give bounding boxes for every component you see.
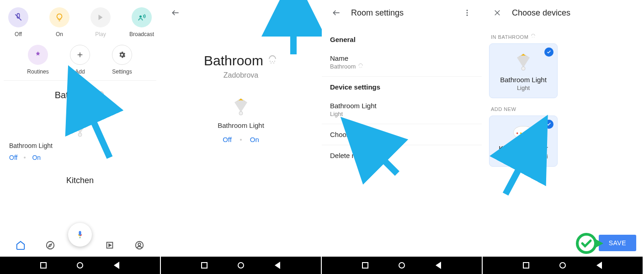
svg-point-27: [467, 10, 468, 11]
back-button[interactable]: [274, 262, 281, 269]
svg-point-19: [270, 61, 271, 62]
choose-devices-pane: Choose devices IN BATHROOM Bathroom Ligh…: [483, 0, 644, 274]
gear-icon[interactable]: [273, 4, 292, 22]
svg-point-7: [100, 97, 101, 98]
svg-line-0: [15, 14, 21, 20]
device-on-button[interactable]: On: [250, 136, 259, 143]
device-off-button[interactable]: Off: [9, 154, 17, 161]
svg-point-16: [306, 10, 307, 11]
routines-button[interactable]: Routines: [24, 45, 52, 75]
svg-point-6: [102, 95, 103, 96]
item-delete-room[interactable]: Delete room: [322, 145, 482, 166]
room-settings-pane: Room settings General Name Bathroom Devi…: [322, 0, 483, 274]
room-bathroom[interactable]: Bathroom 1 device: [0, 81, 160, 111]
device-on-button[interactable]: On: [32, 154, 41, 161]
back-icon[interactable]: [166, 4, 185, 22]
section-general: General: [322, 29, 482, 48]
add-button[interactable]: Add: [66, 45, 94, 75]
device-name: Bathroom Light: [161, 121, 321, 129]
item-label: Choose devices: [330, 131, 474, 138]
card-sub: Google Home Mini: [494, 153, 553, 160]
android-navbar: [0, 257, 160, 274]
light-icon: [514, 52, 533, 71]
quick-on-label: On: [56, 31, 63, 37]
device-card-kitchen-speaker[interactable]: ●●●● Kitchen speaker Google Home Mini: [489, 116, 558, 167]
back-button[interactable]: [113, 262, 120, 269]
shower-icon: [357, 63, 364, 70]
item-label: Bathroom Light: [330, 102, 474, 110]
home-button[interactable]: [76, 262, 84, 269]
svg-point-23: [273, 63, 274, 63]
device-name: Bathroom Light: [9, 142, 151, 149]
room-kitchen[interactable]: Kitchen: [0, 165, 160, 185]
add-label: Add: [75, 68, 85, 75]
item-label: Delete room: [330, 152, 474, 159]
android-navbar: [161, 257, 321, 274]
svg-point-38: [522, 67, 525, 70]
svg-point-36: [532, 37, 532, 37]
room-detail-pane: Bathroom Zadobrova Bathroom Light Off On: [161, 0, 322, 274]
svg-point-31: [361, 67, 361, 68]
nav-home-icon[interactable]: [16, 240, 26, 250]
page-title: Choose devices: [512, 8, 570, 18]
page-title: Room settings: [351, 8, 404, 18]
device-bathroom-light[interactable]: Bathroom Light Off On: [161, 83, 321, 157]
recent-apps-button[interactable]: [40, 262, 47, 269]
home-name: Zadobrova: [161, 71, 321, 79]
home-pane: Off On Play Broadcast Routines: [0, 0, 161, 274]
nav-discover-icon[interactable]: [45, 240, 55, 250]
nav-media-icon[interactable]: [105, 240, 115, 250]
quick-off[interactable]: Off: [5, 7, 32, 37]
svg-point-22: [271, 63, 271, 63]
home-button[interactable]: [237, 262, 245, 269]
category-add-new: ADD NEW: [483, 98, 643, 116]
svg-point-24: [239, 111, 243, 115]
topbar: Room settings: [322, 0, 482, 26]
device-bathroom-light[interactable]: Bathroom Light Off On: [0, 111, 160, 165]
svg-point-13: [138, 243, 141, 246]
svg-point-18: [306, 15, 307, 16]
item-value: Light: [330, 111, 474, 117]
svg-point-30: [359, 67, 360, 67]
device-off-button[interactable]: Off: [223, 136, 232, 143]
recent-apps-button[interactable]: [201, 262, 208, 269]
nav-account-icon[interactable]: [134, 240, 144, 250]
card-sub: Light: [494, 84, 553, 91]
dot-separator: [240, 139, 242, 141]
back-button[interactable]: [596, 262, 603, 269]
room-device-count: 1 device: [0, 101, 160, 108]
svg-point-4: [99, 95, 100, 96]
card-title: Bathroom Light: [494, 76, 553, 84]
settings-list: General Name Bathroom Device settings Ba…: [322, 26, 482, 166]
overflow-icon[interactable]: [297, 4, 315, 22]
play-icon: [90, 7, 111, 27]
bulb-icon: [49, 7, 69, 27]
item-bathroom-light[interactable]: Bathroom Light Light: [322, 95, 482, 124]
quick-broadcast[interactable]: Broadcast: [128, 7, 155, 37]
save-button[interactable]: SAVE: [599, 235, 636, 251]
recent-apps-button[interactable]: [522, 262, 530, 269]
item-choose-devices[interactable]: Choose devices: [322, 124, 482, 145]
device-card-bathroom-light[interactable]: Bathroom Light Light: [489, 43, 558, 98]
close-icon[interactable]: [488, 4, 506, 22]
shower-icon: [267, 55, 278, 66]
overflow-icon[interactable]: [458, 4, 476, 22]
quick-play[interactable]: Play: [87, 7, 114, 37]
back-icon[interactable]: [327, 4, 346, 22]
card-title: Kitchen speaker: [494, 144, 553, 152]
quick-play-label: Play: [95, 31, 106, 37]
mic-off-icon: [8, 7, 28, 27]
svg-point-21: [274, 61, 275, 62]
back-button[interactable]: [435, 262, 442, 269]
quick-on[interactable]: On: [46, 7, 73, 37]
item-name[interactable]: Name Bathroom: [322, 48, 482, 77]
settings-button[interactable]: Settings: [108, 45, 136, 75]
quick-broadcast-label: Broadcast: [129, 31, 154, 37]
home-button[interactable]: [398, 262, 405, 269]
svg-point-28: [467, 12, 468, 14]
item-label: Name: [330, 54, 474, 62]
svg-point-5: [101, 95, 102, 96]
svg-point-9: [78, 133, 82, 137]
home-button[interactable]: [559, 262, 566, 269]
recent-apps-button[interactable]: [362, 262, 369, 269]
